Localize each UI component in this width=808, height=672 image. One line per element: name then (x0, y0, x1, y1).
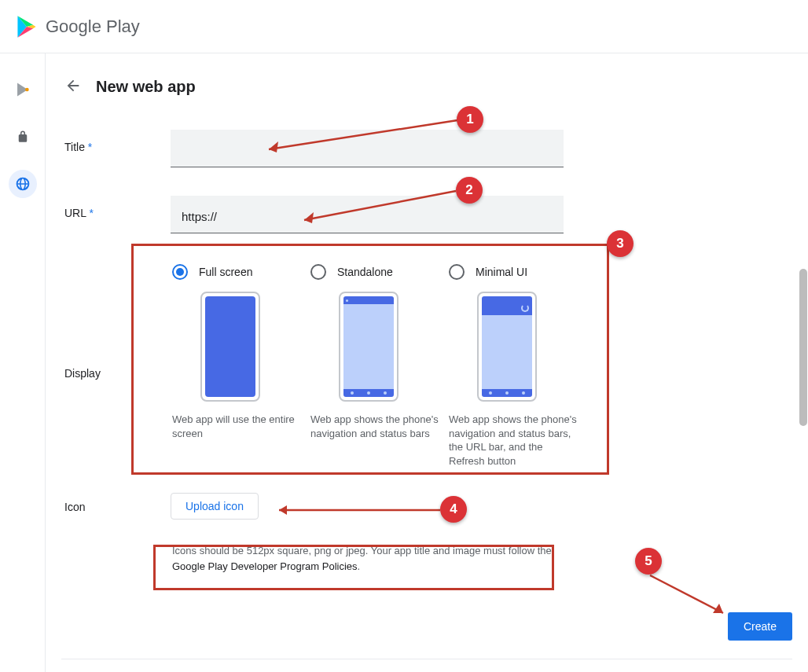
annotation-arrow-2 (295, 189, 464, 228)
sidebar-item-dashboard[interactable] (9, 75, 37, 104)
title-label: Title * (64, 130, 171, 153)
icon-label: Icon (64, 493, 171, 513)
play-triangle-icon (16, 15, 38, 39)
svg-marker-6 (279, 505, 287, 515)
google-play-logo[interactable]: Google Play (16, 15, 140, 39)
svg-point-0 (25, 88, 29, 92)
sidebar-item-web[interactable] (9, 170, 37, 198)
sidebar-item-lock[interactable] (9, 123, 37, 151)
arrow-left-icon (64, 77, 82, 94)
annotation-callout-1: 1 (457, 106, 483, 133)
annotation-box-display (131, 244, 609, 475)
svg-marker-4 (304, 212, 314, 223)
scrollbar-thumb[interactable] (799, 269, 807, 426)
globe-icon (15, 176, 31, 192)
annotation-callout-2: 2 (456, 177, 483, 204)
annotation-callout-5: 5 (635, 548, 662, 575)
annotation-arrow-4 (270, 505, 446, 520)
app-header: Google Play (0, 0, 808, 53)
svg-line-1 (269, 120, 457, 149)
url-label: URL * (64, 196, 171, 219)
left-sidebar (0, 53, 46, 672)
svg-line-7 (650, 575, 723, 613)
annotation-box-iconnote (153, 545, 554, 590)
back-arrow-button[interactable] (64, 77, 82, 97)
annotation-arrow-1 (259, 118, 464, 157)
upload-icon-button[interactable]: Upload icon (171, 493, 259, 520)
brand-text: Google Play (46, 17, 140, 37)
play-small-icon (15, 82, 31, 97)
page-title: New web app (96, 78, 196, 96)
annotation-callout-3: 3 (607, 230, 634, 257)
svg-marker-2 (269, 141, 278, 152)
annotation-arrow-5 (648, 574, 743, 625)
footer-divider (61, 659, 792, 659)
svg-line-3 (304, 191, 456, 220)
annotation-callout-4: 4 (440, 496, 467, 523)
lock-icon (16, 130, 30, 144)
